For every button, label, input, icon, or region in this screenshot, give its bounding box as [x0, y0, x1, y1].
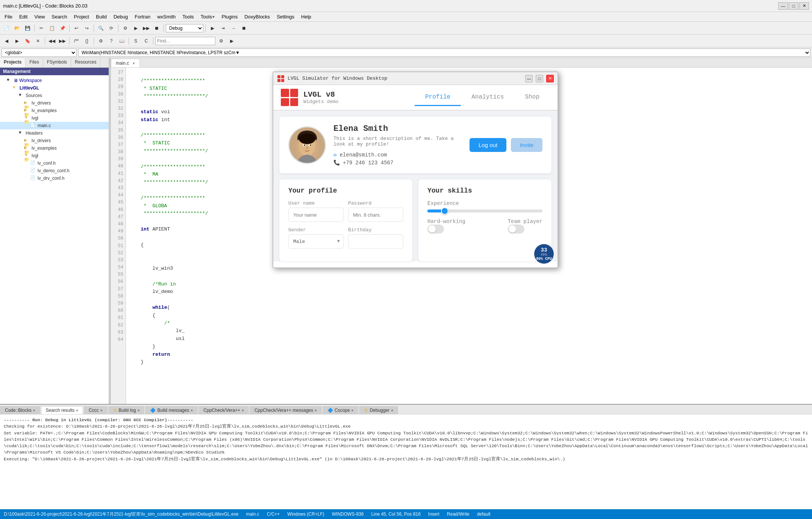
tree-lvgl-src[interactable]: ▼ 📁 lvgl [0, 114, 109, 122]
zoom-in-button[interactable]: S [131, 36, 141, 46]
tree-lv-drv-conf[interactable]: 📄 lv_drv_conf.h [0, 175, 109, 182]
undo-button[interactable]: ↩ [71, 23, 81, 33]
run-button[interactable]: ▶ [131, 23, 141, 33]
bottom-tab-cccc[interactable]: Cccc × [84, 406, 108, 414]
tab-fsymbols[interactable]: FSymbols [43, 58, 71, 67]
menu-view[interactable]: View [31, 13, 48, 20]
editor-tab-main-c[interactable]: main.c × [111, 59, 140, 67]
logout-button[interactable]: Log out [470, 138, 506, 152]
menu-debug[interactable]: Debug [111, 13, 131, 20]
build-run-button[interactable]: ▶▶ [141, 23, 151, 33]
birthday-input[interactable] [348, 234, 403, 249]
bottom-tab-cccc-close[interactable]: × [100, 408, 103, 413]
tree-lv-demo-conf[interactable]: 📄 lv_demo_conf.h [0, 167, 109, 175]
tree-lv-examples-hdr[interactable]: ▶ 📁 lv_examples [0, 144, 109, 152]
tree-lv-drivers-hdr[interactable]: ▶ 📁 lv_drivers [0, 137, 109, 144]
debug-config-select[interactable]: Debug Release [166, 24, 203, 32]
replace-button[interactable]: ⟳ [106, 23, 116, 33]
tab-projects[interactable]: Projects [0, 58, 26, 67]
clear-bookmark-button[interactable]: ✕ [33, 36, 43, 46]
debug-stop-button[interactable]: ⏹ [239, 23, 249, 33]
compile-button[interactable]: ⚙ [120, 23, 130, 33]
find-input[interactable] [155, 37, 215, 45]
tree-sources[interactable]: ▼ Sources [0, 92, 109, 99]
debug-step-button[interactable]: ⇥ [218, 23, 228, 33]
global-scope-select[interactable]: <global> [2, 49, 77, 57]
experience-slider-track[interactable] [427, 209, 542, 212]
bottom-tab-buildlog[interactable]: ⚙ Build log × [108, 406, 145, 414]
copy-button[interactable]: 📋 [47, 23, 57, 33]
bottom-tab-debugger[interactable]: ⚙ Debugger × [359, 406, 398, 414]
team-player-toggle[interactable] [508, 225, 524, 234]
search-button[interactable]: 🔍 [96, 23, 106, 33]
tree-headers[interactable]: ▼ Headers [0, 129, 109, 137]
menu-search[interactable]: Search [48, 13, 70, 20]
tree-lv-examples-src[interactable]: ▶ 📁 lv_examples [0, 107, 109, 114]
debug-next-button[interactable]: → [229, 23, 238, 33]
experience-slider-thumb[interactable] [441, 207, 448, 215]
username-input[interactable] [288, 208, 344, 222]
paste-button[interactable]: 📌 [58, 23, 67, 33]
stop-button[interactable]: ⏹ [152, 23, 162, 33]
bottom-tab-buildmsg[interactable]: 🔷 Build messages × [145, 406, 198, 414]
hard-working-toggle[interactable] [427, 225, 444, 234]
tree-lvgl-hdr[interactable]: ▼ 📁 lvgl [0, 152, 109, 159]
bookmark-prev-button[interactable]: ◀ [2, 36, 11, 46]
tree-workspace[interactable]: ▼ 🖥 Workspace [0, 77, 109, 84]
open-file-button[interactable]: 📂 [12, 23, 22, 33]
bottom-tab-cscope[interactable]: 🔷 Cscope × [323, 406, 359, 414]
help2-button[interactable]: ? [106, 36, 116, 46]
tab-analytics[interactable]: Analytics [461, 89, 514, 106]
menu-build[interactable]: Build [93, 13, 110, 20]
bottom-tab-cppcheck1[interactable]: CppCheck/Vera++ × [198, 406, 249, 414]
menu-fortran[interactable]: Fortran [132, 13, 153, 20]
simulator-minimize-button[interactable]: — [525, 75, 533, 82]
settings-button[interactable]: ⚙ [96, 36, 106, 46]
invite-button[interactable]: Invite [511, 138, 542, 152]
tree-lv-conf[interactable]: 📄 lv_conf.h [0, 159, 109, 167]
tree-main-c[interactable]: 📄 main.c [0, 122, 109, 129]
tree-lv-drivers-src[interactable]: ▶ 📁 lv_drivers [0, 99, 109, 107]
password-input[interactable] [348, 208, 403, 222]
menu-doxyblocks[interactable]: DoxyBlocks [241, 13, 273, 20]
jump-back-button[interactable]: ◀◀ [47, 36, 57, 46]
menu-project[interactable]: Project [71, 13, 92, 20]
menu-tools-plus[interactable]: Tools+ [198, 13, 218, 20]
code-block-button[interactable]: {} [82, 36, 92, 46]
tab-shop[interactable]: Shop [515, 89, 550, 106]
toggle-bookmark-button[interactable]: 🔖 [23, 36, 32, 46]
bottom-tab-buildmsg-close[interactable]: × [191, 408, 193, 413]
code-comment-button[interactable]: /** [71, 36, 81, 46]
save-button[interactable]: 💾 [23, 23, 32, 33]
bottom-tab-cppcheck1-close[interactable]: × [242, 408, 244, 413]
find-settings-button[interactable]: ⚙ [216, 36, 226, 46]
gender-select[interactable]: Male [288, 234, 344, 249]
menu-settings[interactable]: Settings [274, 13, 297, 20]
menu-edit[interactable]: Edit [16, 13, 30, 20]
tab-files[interactable]: Files [26, 58, 43, 67]
function-select[interactable]: WinMain(HINSTANCE hInstance, HINSTANCE h… [78, 49, 810, 57]
bottom-tab-buildlog-close[interactable]: × [138, 408, 140, 413]
tree-project[interactable]: ▼ LittlevGL [0, 84, 109, 92]
bottom-tab-codeblocks-close[interactable]: × [33, 408, 35, 413]
bottom-tab-cppcheck2-close[interactable]: × [315, 408, 317, 413]
debug-run-button[interactable]: ▶ [208, 23, 217, 33]
simulator-close-button[interactable]: ✕ [546, 75, 554, 82]
menu-wxsmith[interactable]: wxSmith [154, 13, 179, 20]
bookmark-next-button[interactable]: ▶ [12, 36, 22, 46]
new-file-button[interactable]: 📄 [2, 23, 11, 33]
bottom-tab-search[interactable]: Search results × [41, 406, 83, 414]
simulator-maximize-button[interactable]: □ [536, 75, 543, 82]
cut-button[interactable]: ✂ [36, 23, 46, 33]
bottom-tab-cscope-close[interactable]: × [351, 408, 354, 413]
close-button[interactable]: ✕ [799, 2, 809, 10]
jump-forward-button[interactable]: ▶▶ [58, 36, 67, 46]
docs-button[interactable]: 📖 [117, 36, 127, 46]
find-go-button[interactable]: ▶ [227, 36, 236, 46]
zoom-out-button[interactable]: C [141, 36, 151, 46]
tab-resources[interactable]: Resources [71, 58, 100, 67]
maximize-button[interactable]: □ [789, 2, 798, 10]
menu-file[interactable]: File [2, 13, 15, 20]
bottom-tab-debugger-close[interactable]: × [391, 408, 393, 413]
menu-tools[interactable]: Tools [179, 13, 197, 20]
